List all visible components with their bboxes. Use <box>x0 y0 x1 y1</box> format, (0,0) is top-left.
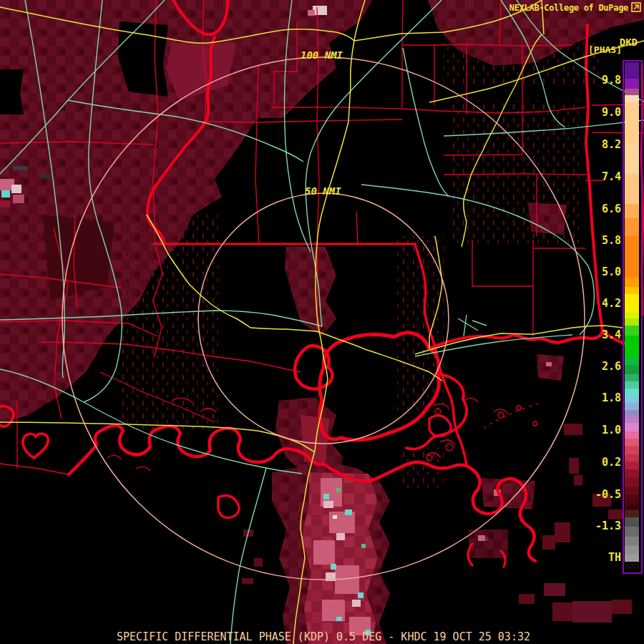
color-scale-tick: 5.0 <box>577 265 621 278</box>
color-scale-segment <box>625 537 639 546</box>
color-scale-tick: 4.2 <box>577 297 621 310</box>
color-scale-segment <box>625 89 639 95</box>
color-scale-segment <box>625 510 639 517</box>
color-scale-tick: 6.6 <box>577 203 621 215</box>
brand-title: NEXLAB-College of DuPage <box>509 3 628 13</box>
color-scale-segment <box>625 487 639 494</box>
color-scale-segment <box>625 311 639 318</box>
color-scale-tick: -0.5 <box>577 488 621 501</box>
color-scale-segment <box>625 423 639 431</box>
color-scale-segment <box>625 278 639 287</box>
color-scale-segment <box>625 95 639 102</box>
color-scale-tick: 5.8 <box>577 234 621 247</box>
product-units: [PHAS] <box>588 44 622 55</box>
color-scale-segment <box>625 431 639 439</box>
color-scale-segment <box>625 416 639 423</box>
color-scale-segment <box>625 287 639 294</box>
color-scale-segment <box>625 356 639 365</box>
color-scale-tick: 2.6 <box>577 360 621 373</box>
color-scale-segment <box>625 218 639 236</box>
radar-map: 100 NMI 50 NMI <box>0 0 644 644</box>
color-scale-segment <box>625 365 639 374</box>
color-scale-segment <box>625 446 639 454</box>
color-scale-segment <box>625 527 639 537</box>
color-scale-segment <box>625 462 639 469</box>
color-scale-segment <box>625 503 639 510</box>
color-scale-tick: 7.4 <box>577 170 621 183</box>
color-scale-segment <box>625 102 639 145</box>
color-scale-tick: 1.8 <box>577 391 621 404</box>
color-scale-segment <box>625 410 639 416</box>
product-code: DKD <box>620 36 638 48</box>
color-scale-tick: 9.0 <box>577 106 621 119</box>
color-scale-segment <box>625 494 639 503</box>
color-scale-tick: 1.0 <box>577 424 621 436</box>
color-scale-tick: -1.3 <box>577 519 621 532</box>
color-scale-segment <box>625 381 639 389</box>
color-scale-segment <box>625 454 639 462</box>
color-scale-segment <box>625 294 639 311</box>
color-scale-segment <box>625 145 639 174</box>
color-scale-segment <box>625 403 639 410</box>
color-scale-segment <box>625 562 639 569</box>
color-scale-segment <box>625 174 639 204</box>
color-scale-segment <box>625 336 639 356</box>
color-scale-segment <box>625 389 639 396</box>
color-scale-segment <box>625 62 639 79</box>
color-scale-segment <box>625 204 639 218</box>
color-scale-segment <box>625 236 639 278</box>
color-scale-segment <box>625 478 639 487</box>
color-scale-tick: 3.4 <box>577 328 621 341</box>
color-scale-tick: TH <box>577 551 621 564</box>
color-scale-tick: 9.8 <box>577 74 621 87</box>
small-lake <box>23 434 49 458</box>
product-caption: SPECIFIC DIFFERENTIAL PHASE (KDP) 0.5 DE… <box>117 630 530 643</box>
color-scale-segment <box>625 318 639 326</box>
range-ring-label-50: 50 NMI <box>305 185 341 197</box>
color-scale-segment <box>625 326 639 336</box>
color-scale-segment <box>625 546 639 555</box>
color-scale-segment <box>625 439 639 446</box>
color-scale-segment <box>625 517 639 527</box>
color-scale-segment <box>625 469 639 478</box>
range-ring-label-100: 100 NMI <box>301 49 343 61</box>
color-scale-segment <box>625 555 639 562</box>
brand-logo-icon <box>631 2 641 12</box>
color-scale-segment <box>625 374 639 381</box>
color-scale-segment <box>625 79 639 89</box>
color-scale-tick: 8.2 <box>577 138 621 151</box>
color-scale-segment <box>625 396 639 403</box>
color-scale-tick: 0.2 <box>577 456 621 469</box>
radar-image: 100 NMI 50 NMI 9.89.08.27.46.65.85.04.23… <box>0 0 644 644</box>
